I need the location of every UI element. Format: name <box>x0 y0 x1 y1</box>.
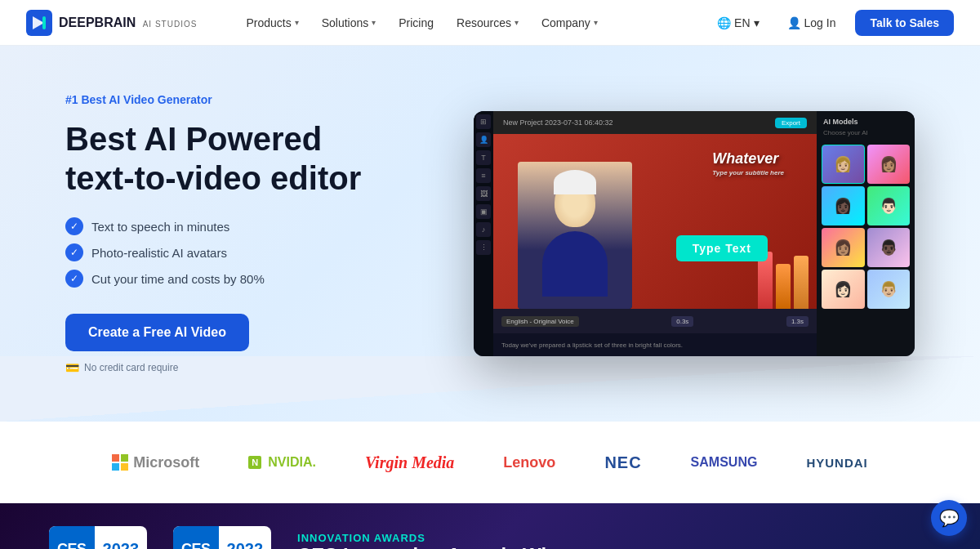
login-button[interactable]: 👤 Log In <box>777 11 846 34</box>
video-subtitle-overlay: Type your subtitle here <box>712 169 784 176</box>
model-card-8[interactable]: 👨🏼 <box>867 270 911 309</box>
company-chevron-icon: ▾ <box>594 18 598 27</box>
lenovo-logo: Lenovo <box>503 454 555 471</box>
model-card-4[interactable]: 👨🏻 <box>867 186 911 225</box>
model-card-2[interactable]: 👩🏽 <box>867 145 911 184</box>
ms-square-red <box>112 454 119 462</box>
hero-section: #1 Best AI Video Generator Best AI Power… <box>0 46 980 422</box>
ces-awards-winner: CES Innovation Awards Winner <box>297 544 589 550</box>
side-icon-avatar[interactable]: 👤 <box>476 132 491 147</box>
model-face-8: 👨🏼 <box>867 270 911 309</box>
logo[interactable]: DEEPBRAIN AI STUDIOS <box>26 10 197 36</box>
avatar-figure <box>518 162 632 309</box>
nav-solutions[interactable]: Solutions ▾ <box>312 11 386 34</box>
model-face-5: 👩🏽 <box>822 228 865 267</box>
avatar-hair <box>554 170 596 194</box>
feature-2: ✓ Photo-realistic AI avatars <box>65 243 408 261</box>
microsoft-icon <box>112 454 128 471</box>
model-card-7[interactable]: 👩🏻 <box>822 270 865 309</box>
samsung-logo: SAMSUNG <box>691 455 758 470</box>
virgin-media-logo: Virgin Media <box>365 453 454 472</box>
hero-right: ⊞ 👤 T ≡ 🖼 ▣ ♪ ⋮ New Project 2023-07-31 0… <box>408 111 915 356</box>
no-credit-text: 💳 No credit card require <box>65 361 408 374</box>
create-free-video-button[interactable]: Create a Free AI Video <box>65 314 249 351</box>
app-text-input[interactable]: Today we've prepared a lipstick set of t… <box>493 333 817 356</box>
lang-dropdown[interactable]: English - Original Voice <box>501 316 579 327</box>
chat-widget-button[interactable]: 💬 <box>931 500 967 536</box>
nav-pricing[interactable]: Pricing <box>389 11 443 34</box>
side-icon-music[interactable]: ♪ <box>476 222 491 237</box>
side-icon-text[interactable]: T <box>476 150 491 165</box>
time-2: 1.3s <box>786 316 808 327</box>
feature-3: ✓ Cut your time and costs by 80% <box>65 270 408 288</box>
model-face-7: 👩🏻 <box>822 270 865 309</box>
nvidia-icon: N <box>248 456 261 469</box>
hyundai-logo: HYUNDAI <box>806 456 867 470</box>
time-1: 0.3s <box>671 316 693 327</box>
lipstick-2 <box>776 264 791 309</box>
model-card-3[interactable]: 👩🏿 <box>822 186 865 225</box>
hero-tag: #1 Best AI Video Generator <box>65 93 408 106</box>
hero-left: #1 Best AI Video Generator Best AI Power… <box>65 93 408 374</box>
nav-resources[interactable]: Resources ▾ <box>447 11 528 34</box>
app-export-button[interactable]: Export <box>775 118 807 128</box>
microsoft-logo: Microsoft <box>112 454 199 471</box>
logo-text: DEEPBRAIN AI STUDIOS <box>59 16 197 30</box>
nvidia-logo: N NVIDIA. <box>248 455 316 470</box>
svg-rect-2 <box>42 16 46 29</box>
check-icon-3: ✓ <box>65 270 83 288</box>
model-face-2: 👩🏽 <box>867 145 911 184</box>
ms-square-yellow <box>121 463 128 471</box>
app-topbar: New Project 2023-07-31 06:40:32 Export <box>493 111 817 134</box>
products-chevron-icon: ▾ <box>295 18 299 27</box>
ces-year-2: 2022 <box>219 540 272 550</box>
video-avatar <box>518 162 632 309</box>
model-card-6[interactable]: 👨🏿 <box>867 228 911 267</box>
hero-features: ✓ Text to speech in minutes ✓ Photo-real… <box>65 217 408 288</box>
card-icon: 💳 <box>65 361 79 374</box>
model-face-1: 👩🏼 <box>822 145 864 183</box>
nav-right: 🌐 EN ▾ 👤 Log In Talk to Sales <box>709 10 954 36</box>
side-icon-subtitle[interactable]: ≡ <box>476 168 491 183</box>
nav-company[interactable]: Company ▾ <box>532 11 608 34</box>
check-icon-2: ✓ <box>65 243 83 261</box>
resources-chevron-icon: ▾ <box>514 18 519 27</box>
ces-section: CES 2023 CES 2022 Innovation Awards CES … <box>0 503 980 549</box>
check-icon-1: ✓ <box>65 217 83 235</box>
ms-square-blue <box>112 463 119 471</box>
side-icon-image[interactable]: 🖼 <box>476 186 491 201</box>
hero-title: Best AI Powered text-to-video editor <box>65 119 408 198</box>
side-icon-bg[interactable]: ▣ <box>476 204 491 219</box>
app-controls: English - Original Voice 0.3s 1.3s <box>493 309 817 333</box>
user-icon: 👤 <box>787 16 801 29</box>
avatar-body <box>542 231 608 297</box>
ces-2023-badge: CES 2023 <box>49 526 147 549</box>
logo-icon <box>26 10 52 36</box>
side-icon-templates[interactable]: ⊞ <box>476 114 491 129</box>
avatar-face <box>555 178 595 227</box>
model-card-1[interactable]: 👩🏼 <box>822 145 865 184</box>
ces-year-1: 2023 <box>95 540 148 550</box>
app-main: New Project 2023-07-31 06:40:32 Export <box>493 111 817 356</box>
solutions-chevron-icon: ▾ <box>372 18 376 27</box>
nec-logo: NEC <box>604 453 641 472</box>
model-face-3: 👩🏿 <box>822 186 865 225</box>
side-icon-more[interactable]: ⋮ <box>476 240 491 255</box>
side-icons-panel: ⊞ 👤 T ≡ 🖼 ▣ ♪ ⋮ <box>474 111 493 356</box>
video-text-overlay: Whatever Type your subtitle here <box>712 150 784 176</box>
globe-icon: 🌐 <box>717 16 731 29</box>
nav-products[interactable]: Products ▾ <box>236 11 308 34</box>
lang-chevron-icon: ▾ <box>754 16 760 29</box>
ces-2022-badge: CES 2022 <box>173 526 271 549</box>
model-card-5[interactable]: 👩🏽 <box>822 228 865 267</box>
models-grid: 👩🏼 👩🏽 👩🏿 👨🏻 👩🏽 👨🏿 <box>817 141 915 312</box>
type-text-button[interactable]: Type Text <box>676 235 768 261</box>
app-screenshot: ⊞ 👤 T ≡ 🖼 ▣ ♪ ⋮ New Project 2023-07-31 0… <box>474 111 915 356</box>
talk-sales-button[interactable]: Talk to Sales <box>855 10 954 36</box>
nav-links: Products ▾ Solutions ▾ Pricing Resources… <box>236 11 709 34</box>
ces-label-2: CES <box>173 526 219 549</box>
language-button[interactable]: 🌐 EN ▾ <box>709 11 767 34</box>
ms-square-green <box>121 454 128 462</box>
app-topbar-title: New Project 2023-07-31 06:40:32 <box>503 118 613 127</box>
ai-models-panel: AI Models Choose your AI 👩🏼 👩🏽 👩🏿 👨🏻 <box>817 111 915 356</box>
